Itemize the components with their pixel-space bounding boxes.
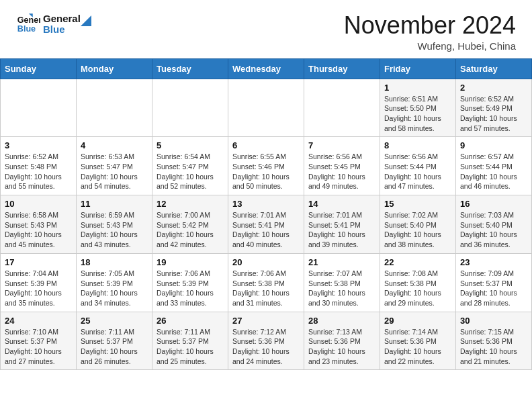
day-number: 8: [384, 140, 451, 150]
day-info: Sunrise: 6:52 AMSunset: 5:48 PMDaylight:…: [5, 152, 72, 191]
calendar-day-cell: [77, 79, 152, 137]
day-info: Sunrise: 6:56 AMSunset: 5:44 PMDaylight:…: [384, 152, 451, 191]
day-number: 22: [384, 257, 451, 267]
day-number: 27: [232, 316, 300, 326]
day-number: 30: [460, 316, 527, 326]
month-title: November 2024: [344, 12, 516, 39]
calendar-day-cell: 9Sunrise: 6:57 AMSunset: 5:44 PMDaylight…: [456, 137, 532, 195]
day-info: Sunrise: 6:51 AMSunset: 5:50 PMDaylight:…: [384, 94, 451, 134]
calendar-day-cell: 30Sunrise: 7:15 AMSunset: 5:36 PMDayligh…: [456, 312, 532, 370]
calendar-day-cell: 24Sunrise: 7:10 AMSunset: 5:37 PMDayligh…: [1, 312, 77, 370]
day-info: Sunrise: 7:05 AMSunset: 5:39 PMDaylight:…: [81, 269, 148, 308]
calendar-day-cell: 29Sunrise: 7:14 AMSunset: 5:36 PMDayligh…: [380, 312, 456, 370]
day-number: 17: [5, 257, 72, 267]
day-info: Sunrise: 7:04 AMSunset: 5:39 PMDaylight:…: [5, 269, 72, 308]
day-number: 18: [81, 257, 148, 267]
calendar-day-cell: 10Sunrise: 6:58 AMSunset: 5:43 PMDayligh…: [1, 195, 77, 254]
svg-marker-3: [81, 15, 91, 26]
day-info: Sunrise: 7:01 AMSunset: 5:41 PMDaylight:…: [232, 210, 300, 250]
day-info: Sunrise: 6:58 AMSunset: 5:43 PMDaylight:…: [5, 210, 72, 250]
calendar-day-cell: 15Sunrise: 7:02 AMSunset: 5:40 PMDayligh…: [380, 195, 456, 254]
logo-blue: Blue: [43, 24, 81, 36]
calendar-day-cell: 22Sunrise: 7:08 AMSunset: 5:38 PMDayligh…: [380, 253, 456, 312]
calendar-day-cell: 5Sunrise: 6:54 AMSunset: 5:47 PMDaylight…: [152, 137, 228, 195]
day-info: Sunrise: 7:11 AMSunset: 5:37 PMDaylight:…: [81, 327, 148, 367]
calendar-table: SundayMondayTuesdayWednesdayThursdayFrid…: [0, 58, 532, 371]
page-header: General Blue General Blue November 2024 …: [0, 0, 532, 58]
logo-triangle-icon: [79, 14, 93, 28]
day-number: 10: [5, 199, 72, 209]
day-info: Sunrise: 7:11 AMSunset: 5:37 PMDaylight:…: [157, 327, 224, 367]
calendar-day-cell: 20Sunrise: 7:06 AMSunset: 5:38 PMDayligh…: [228, 253, 304, 312]
calendar-day-cell: 25Sunrise: 7:11 AMSunset: 5:37 PMDayligh…: [77, 312, 152, 370]
day-info: Sunrise: 7:06 AMSunset: 5:39 PMDaylight:…: [157, 269, 224, 308]
calendar-day-cell: [152, 79, 228, 137]
calendar-day-cell: [304, 79, 380, 137]
day-number: 24: [5, 316, 72, 326]
day-info: Sunrise: 7:01 AMSunset: 5:41 PMDaylight:…: [308, 210, 375, 250]
day-number: 11: [81, 199, 148, 209]
day-number: 1: [384, 83, 451, 93]
day-info: Sunrise: 7:02 AMSunset: 5:40 PMDaylight:…: [384, 210, 451, 250]
logo: General Blue General Blue: [16, 12, 93, 36]
day-info: Sunrise: 7:06 AMSunset: 5:38 PMDaylight:…: [232, 269, 300, 308]
day-number: 23: [460, 257, 527, 267]
calendar-day-cell: 13Sunrise: 7:01 AMSunset: 5:41 PMDayligh…: [228, 195, 304, 254]
calendar-day-cell: 23Sunrise: 7:09 AMSunset: 5:37 PMDayligh…: [456, 253, 532, 312]
logo-icon: General Blue: [16, 12, 40, 36]
day-info: Sunrise: 6:52 AMSunset: 5:49 PMDaylight:…: [460, 94, 527, 134]
calendar-day-cell: 17Sunrise: 7:04 AMSunset: 5:39 PMDayligh…: [1, 253, 77, 312]
calendar-day-cell: 26Sunrise: 7:11 AMSunset: 5:37 PMDayligh…: [152, 312, 228, 370]
calendar-week-row: 1Sunrise: 6:51 AMSunset: 5:50 PMDaylight…: [1, 79, 532, 137]
day-number: 14: [308, 199, 375, 209]
day-number: 16: [460, 199, 527, 209]
calendar-header-row: SundayMondayTuesdayWednesdayThursdayFrid…: [1, 58, 532, 79]
day-number: 15: [384, 199, 451, 209]
day-info: Sunrise: 7:12 AMSunset: 5:36 PMDaylight:…: [232, 327, 300, 367]
calendar-day-cell: 4Sunrise: 6:53 AMSunset: 5:47 PMDaylight…: [77, 137, 152, 195]
calendar-day-cell: 7Sunrise: 6:56 AMSunset: 5:45 PMDaylight…: [304, 137, 380, 195]
location: Wufeng, Hubei, China: [344, 40, 516, 52]
weekday-header-sunday: Sunday: [1, 58, 77, 79]
weekday-header-thursday: Thursday: [304, 58, 380, 79]
calendar-day-cell: 19Sunrise: 7:06 AMSunset: 5:39 PMDayligh…: [152, 253, 228, 312]
calendar-week-row: 3Sunrise: 6:52 AMSunset: 5:48 PMDaylight…: [1, 137, 532, 195]
calendar-day-cell: 1Sunrise: 6:51 AMSunset: 5:50 PMDaylight…: [380, 79, 456, 137]
day-number: 26: [157, 316, 224, 326]
calendar-day-cell: 28Sunrise: 7:13 AMSunset: 5:36 PMDayligh…: [304, 312, 380, 370]
calendar-day-cell: 6Sunrise: 6:55 AMSunset: 5:46 PMDaylight…: [228, 137, 304, 195]
calendar-week-row: 24Sunrise: 7:10 AMSunset: 5:37 PMDayligh…: [1, 312, 532, 370]
calendar-day-cell: 11Sunrise: 6:59 AMSunset: 5:43 PMDayligh…: [77, 195, 152, 254]
day-number: 20: [232, 257, 300, 267]
day-number: 7: [308, 140, 375, 150]
day-info: Sunrise: 7:10 AMSunset: 5:37 PMDaylight:…: [5, 327, 72, 367]
calendar-day-cell: 2Sunrise: 6:52 AMSunset: 5:49 PMDaylight…: [456, 79, 532, 137]
calendar-day-cell: 21Sunrise: 7:07 AMSunset: 5:38 PMDayligh…: [304, 253, 380, 312]
day-info: Sunrise: 6:56 AMSunset: 5:45 PMDaylight:…: [308, 152, 375, 191]
day-number: 3: [5, 140, 72, 150]
calendar-day-cell: 16Sunrise: 7:03 AMSunset: 5:40 PMDayligh…: [456, 195, 532, 254]
day-info: Sunrise: 7:00 AMSunset: 5:42 PMDaylight:…: [157, 210, 224, 250]
calendar-day-cell: 14Sunrise: 7:01 AMSunset: 5:41 PMDayligh…: [304, 195, 380, 254]
calendar-day-cell: [1, 79, 77, 137]
day-number: 21: [308, 257, 375, 267]
logo-general: General: [43, 13, 81, 25]
weekday-header-friday: Friday: [380, 58, 456, 79]
weekday-header-monday: Monday: [77, 58, 152, 79]
calendar-week-row: 17Sunrise: 7:04 AMSunset: 5:39 PMDayligh…: [1, 253, 532, 312]
title-block: November 2024 Wufeng, Hubei, China: [344, 12, 516, 52]
calendar-day-cell: 27Sunrise: 7:12 AMSunset: 5:36 PMDayligh…: [228, 312, 304, 370]
calendar-day-cell: 18Sunrise: 7:05 AMSunset: 5:39 PMDayligh…: [77, 253, 152, 312]
day-number: 5: [157, 140, 224, 150]
day-info: Sunrise: 6:57 AMSunset: 5:44 PMDaylight:…: [460, 152, 527, 191]
weekday-header-tuesday: Tuesday: [152, 58, 228, 79]
day-info: Sunrise: 7:14 AMSunset: 5:36 PMDaylight:…: [384, 327, 451, 367]
day-number: 19: [157, 257, 224, 267]
svg-text:Blue: Blue: [17, 24, 36, 34]
day-number: 9: [460, 140, 527, 150]
day-number: 28: [308, 316, 375, 326]
day-number: 25: [81, 316, 148, 326]
day-info: Sunrise: 7:03 AMSunset: 5:40 PMDaylight:…: [460, 210, 527, 250]
weekday-header-wednesday: Wednesday: [228, 58, 304, 79]
day-number: 13: [232, 199, 300, 209]
